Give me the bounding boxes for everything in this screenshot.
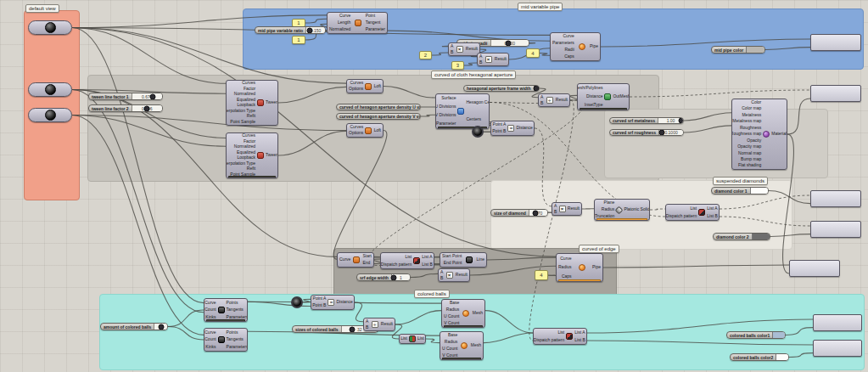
number-panel[interactable]: 4 bbox=[535, 270, 548, 280]
shapediver-display[interactable] bbox=[810, 34, 861, 51]
slider-knob[interactable] bbox=[307, 27, 313, 33]
color-chip[interactable] bbox=[750, 188, 768, 194]
slider-track[interactable]: 50 bbox=[154, 324, 167, 330]
color-chip[interactable] bbox=[746, 47, 764, 53]
outmesh-component[interactable]: Mesh/PolylinesDistanceInsetTypeOutMesh bbox=[577, 83, 630, 110]
tween-curve-component[interactable]: CurvesFactorNormalizedEqualizedLoopbackI… bbox=[226, 132, 278, 178]
amount-of-colored-balls-slider[interactable]: amount of colored balls50 bbox=[100, 323, 168, 330]
number-panel[interactable]: 2 bbox=[419, 51, 432, 59]
slider-knob[interactable] bbox=[144, 105, 150, 111]
platonic-solid-component[interactable]: PlaneRadiusTruncationPlatonic Solid bbox=[594, 199, 650, 221]
input-ports: AB bbox=[439, 269, 443, 281]
diamond-color-2-swatch[interactable]: diamond color 2 bbox=[713, 233, 770, 240]
color-chip[interactable] bbox=[772, 332, 785, 338]
shapediver-display[interactable] bbox=[810, 190, 861, 207]
input-ports: ListDispatch pattern bbox=[666, 205, 697, 220]
group-label-suspended-diamonds[interactable]: suspended diamonds bbox=[713, 177, 768, 185]
slider-knob[interactable] bbox=[149, 93, 155, 99]
multiplication-component[interactable]: AB×Result bbox=[477, 53, 509, 66]
slider-track[interactable]: 0.1000 bbox=[658, 130, 683, 135]
shapediver-display[interactable] bbox=[789, 260, 840, 277]
size-of-diamond-slider[interactable]: size of diamond0.70 bbox=[490, 209, 548, 217]
colored-balls-color1-swatch[interactable]: colored balls color1 bbox=[726, 331, 786, 339]
hex-frame-width-slider[interactable]: hexagonal aperture frame width0.1000 bbox=[463, 85, 540, 92]
grasshopper-canvas[interactable]: default viewmid variable pipecurved of c… bbox=[0, 0, 868, 372]
output-port-label: Start bbox=[362, 254, 372, 259]
slider-name: curved srf roughness bbox=[610, 130, 658, 135]
tween-line-factor-2-slider[interactable]: tween line factor 20.506 bbox=[88, 104, 163, 112]
distance-component[interactable]: Point APoint B=Distance bbox=[311, 295, 355, 310]
divide-curve-component[interactable]: CurveCountKinksPointsTangentsParameters bbox=[204, 298, 248, 322]
colored-balls-color2-swatch[interactable]: colored balls color2 bbox=[730, 353, 789, 361]
slider-track[interactable]: 0.679 bbox=[132, 93, 162, 99]
number-panel[interactable]: 1 bbox=[292, 36, 305, 44]
multiplication-component[interactable]: AB×Result bbox=[552, 202, 582, 216]
mesh-sphere-component[interactable]: BaseRadiusU CountV CountMesh bbox=[441, 299, 485, 328]
group-label-mid-variable-pipe[interactable]: mid variable pipe bbox=[518, 3, 563, 11]
shapediver-display[interactable] bbox=[810, 221, 861, 238]
group-label-hex-aperture[interactable]: curved of cloth hexagonal aperture bbox=[431, 70, 516, 79]
divide-curve-component[interactable]: CurveCountKinksPointsTangentsParameters bbox=[204, 328, 248, 352]
hexagon-cells-component[interactable]: SurfaceU DivisionsV DivisionsU Parameter… bbox=[435, 93, 490, 129]
hex-density-v-slider[interactable]: curved of hexagon aperture density V val… bbox=[336, 113, 421, 120]
end-points-component[interactable]: CurveStartEnd bbox=[337, 252, 374, 268]
dispatch-component[interactable]: ListDispatch patternList AList B bbox=[533, 328, 587, 345]
group-label-default-view[interactable]: default view bbox=[25, 4, 59, 13]
number-panel[interactable]: 3 bbox=[451, 61, 464, 70]
curved-srf-roughness-slider[interactable]: curved srf roughness0.1000 bbox=[609, 129, 684, 136]
group-label-colored-balls[interactable]: colored balls bbox=[414, 290, 450, 298]
point-node[interactable] bbox=[291, 296, 303, 308]
mid-pipe-variable-ratio-slider[interactable]: mid pipe variable ratio0.150 bbox=[255, 26, 326, 34]
slider-track[interactable]: 0.506 bbox=[132, 105, 162, 111]
curve-param-3[interactable] bbox=[28, 108, 72, 122]
slider-knob[interactable] bbox=[533, 86, 539, 92]
point-node[interactable] bbox=[472, 126, 484, 138]
number-panel[interactable]: 4 bbox=[526, 48, 540, 58]
curved-srf-metalness-slider[interactable]: curved srf metalness1.00 bbox=[609, 117, 684, 124]
slider-track[interactable]: 1 bbox=[391, 274, 410, 280]
diamond-color-1-swatch[interactable]: diamond color 1 bbox=[711, 187, 769, 194]
shapediver-material-component[interactable]: ColorColor mapMetalnessMetalness mapRoug… bbox=[731, 99, 787, 170]
slider-track[interactable]: 0.1000 bbox=[534, 86, 540, 91]
tween-line-factor-1-slider[interactable]: tween line factor 10.679 bbox=[88, 93, 163, 100]
line-component[interactable]: Start PointEnd PointLine bbox=[440, 252, 487, 268]
slider-track[interactable]: 0.70 bbox=[529, 210, 547, 216]
slider-knob[interactable] bbox=[159, 324, 165, 330]
slider-track[interactable]: 1.00 bbox=[658, 118, 683, 123]
pipe-component[interactable]: CurveRadiusCapsPipe bbox=[556, 253, 603, 282]
group-label-curved-of-edge[interactable]: curved of edge bbox=[579, 245, 619, 253]
slider-knob[interactable] bbox=[505, 40, 511, 46]
division-component[interactable]: AB÷Result bbox=[363, 318, 395, 331]
loft-component[interactable]: CurvesOptionsLoft bbox=[346, 123, 384, 138]
slider-knob[interactable] bbox=[678, 118, 684, 124]
slider-knob[interactable] bbox=[391, 274, 397, 280]
dispatch-component[interactable]: ListDispatch patternList AList B bbox=[665, 204, 720, 221]
mid-pipe-color-swatch[interactable]: mid pipe color bbox=[711, 46, 765, 54]
dispatch-component[interactable]: ListDispatch patternList AList B bbox=[380, 252, 434, 269]
slider-track[interactable]: 0.150 bbox=[305, 27, 325, 33]
division-component[interactable]: AB÷Result bbox=[538, 93, 570, 107]
tween-curve-component[interactable]: CurvesFactorNormalizedEqualizedLoopbackI… bbox=[226, 80, 278, 126]
srf-edge-width-slider[interactable]: srf edge width1 bbox=[356, 273, 411, 281]
slider-knob[interactable] bbox=[533, 210, 539, 216]
loft-component[interactable]: CurvesOptionsLoft bbox=[346, 79, 384, 93]
shapediver-display[interactable] bbox=[813, 314, 862, 331]
shapediver-display[interactable] bbox=[813, 340, 862, 357]
shapediver-display[interactable] bbox=[810, 85, 861, 102]
slider-knob[interactable] bbox=[658, 130, 664, 136]
curve-param-1[interactable] bbox=[28, 20, 72, 35]
color-chip[interactable] bbox=[752, 234, 770, 240]
pipe-component[interactable]: CurveParametersRadiiCapsPipe bbox=[550, 32, 601, 61]
slider-track[interactable]: 0.500 bbox=[490, 40, 529, 46]
color-chip[interactable] bbox=[776, 354, 788, 360]
curve-param-2[interactable] bbox=[28, 82, 72, 97]
slider-knob[interactable] bbox=[350, 326, 356, 332]
mesh-sphere-component[interactable]: BaseRadiusU CountV CountMesh bbox=[440, 331, 484, 360]
multiplication-component[interactable]: AB×Result bbox=[448, 42, 480, 56]
reverse-list-component[interactable]: ListList bbox=[399, 334, 426, 344]
evaluate-length-component[interactable]: CurveLengthNormalizedPointTangentParamet… bbox=[327, 12, 388, 34]
distance-component[interactable]: Point APoint B=Distance bbox=[490, 121, 535, 136]
output-ports: PointsTangentsParameters bbox=[227, 299, 247, 321]
multiplication-component[interactable]: AB×Result bbox=[438, 268, 470, 282]
hex-density-u-slider[interactable]: curved of hexagon aperture density U val… bbox=[336, 104, 421, 110]
